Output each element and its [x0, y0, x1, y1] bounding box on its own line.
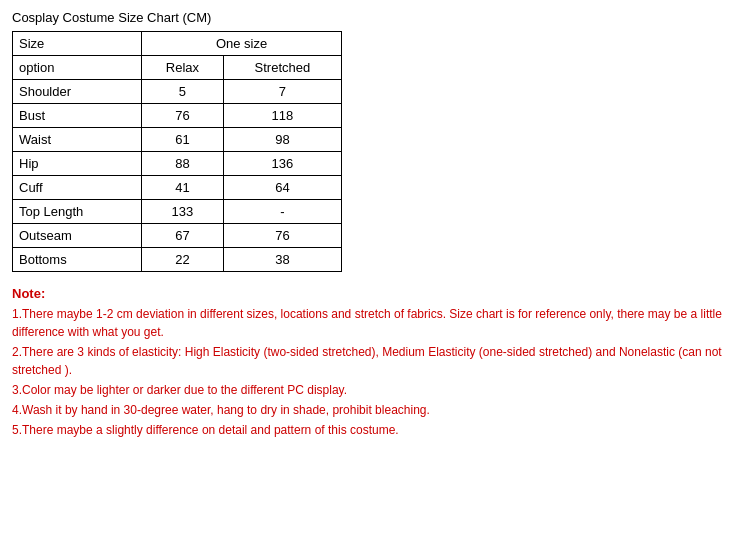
row-stretched: 7 [223, 80, 341, 104]
table-row: Shoulder57 [13, 80, 342, 104]
subheader-relax: Relax [142, 56, 224, 80]
note-title: Note: [12, 286, 732, 301]
row-relax: 5 [142, 80, 224, 104]
note-item: 2.There are 3 kinds of elasticity: High … [12, 343, 732, 379]
row-relax: 88 [142, 152, 224, 176]
row-relax: 133 [142, 200, 224, 224]
note-item: 4.Wash it by hand in 30-degree water, ha… [12, 401, 732, 419]
row-label: Outseam [13, 224, 142, 248]
row-label: Cuff [13, 176, 142, 200]
header-one-size: One size [142, 32, 342, 56]
header-size: Size [13, 32, 142, 56]
row-relax: 61 [142, 128, 224, 152]
row-relax: 67 [142, 224, 224, 248]
note-item: 1.There maybe 1-2 cm deviation in differ… [12, 305, 732, 341]
notes-section: Note: 1.There maybe 1-2 cm deviation in … [12, 286, 732, 439]
subheader-option: option [13, 56, 142, 80]
note-item: 5.There maybe a slightly difference on d… [12, 421, 732, 439]
row-label: Top Length [13, 200, 142, 224]
table-row: Bust76118 [13, 104, 342, 128]
subheader-stretched: Stretched [223, 56, 341, 80]
table-row: Cuff4164 [13, 176, 342, 200]
row-relax: 76 [142, 104, 224, 128]
row-label: Hip [13, 152, 142, 176]
row-stretched: 118 [223, 104, 341, 128]
row-stretched: 76 [223, 224, 341, 248]
chart-title: Cosplay Costume Size Chart (CM) [12, 10, 734, 25]
size-chart-table: Size One size option Relax Stretched Sho… [12, 31, 342, 272]
row-stretched: 64 [223, 176, 341, 200]
row-relax: 22 [142, 248, 224, 272]
row-stretched: - [223, 200, 341, 224]
row-stretched: 38 [223, 248, 341, 272]
row-label: Bust [13, 104, 142, 128]
table-row: Bottoms2238 [13, 248, 342, 272]
row-label: Waist [13, 128, 142, 152]
row-stretched: 136 [223, 152, 341, 176]
row-label: Shoulder [13, 80, 142, 104]
note-item: 3.Color may be lighter or darker due to … [12, 381, 732, 399]
table-row: Hip88136 [13, 152, 342, 176]
row-stretched: 98 [223, 128, 341, 152]
row-label: Bottoms [13, 248, 142, 272]
table-row: Outseam6776 [13, 224, 342, 248]
table-row: Waist6198 [13, 128, 342, 152]
table-row: Top Length133- [13, 200, 342, 224]
row-relax: 41 [142, 176, 224, 200]
